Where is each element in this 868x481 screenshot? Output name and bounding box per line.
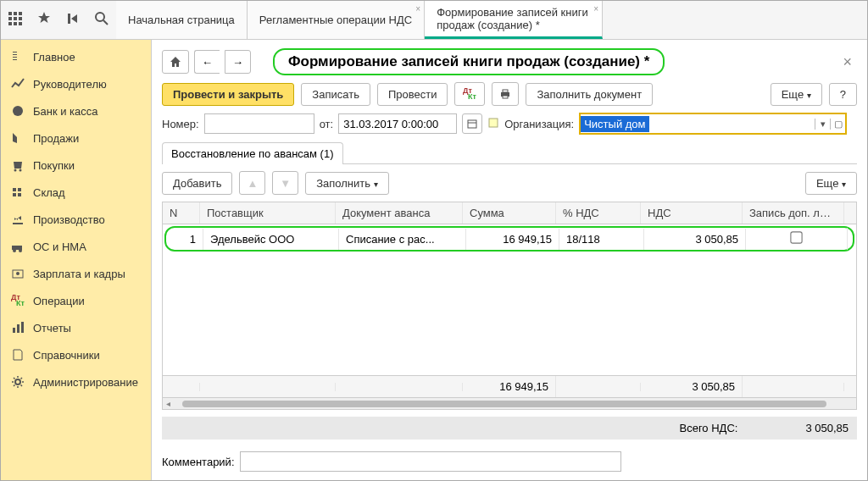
cell-add-sheet[interactable]: [746, 228, 848, 250]
apps-grid-icon[interactable]: [8, 11, 23, 29]
help-button[interactable]: ?: [829, 83, 857, 106]
home-button[interactable]: [162, 50, 189, 74]
org-input[interactable]: Чистый дом ▾ ▢: [579, 113, 847, 135]
svg-point-17: [19, 169, 22, 172]
data-grid: N Поставщик Документ аванса Сумма % НДС …: [162, 202, 857, 410]
svg-point-15: [13, 106, 23, 116]
grid-totals: 16 949,15 3 050,85: [163, 375, 856, 397]
svg-rect-20: [13, 193, 16, 196]
col-add-sheet[interactable]: Запись доп. листа: [743, 202, 844, 224]
close-page-button[interactable]: ×: [837, 53, 857, 71]
org-icon: [487, 117, 499, 131]
comment-input[interactable]: [240, 451, 621, 472]
sidebar-item-assets[interactable]: ОС и НМА: [1, 233, 151, 260]
totals-label: Всего НДС:: [679, 422, 737, 434]
toolbar: Провести и закрыть Записать Провести ДтК…: [162, 82, 857, 106]
forward-button[interactable]: →: [225, 50, 251, 74]
tab-sales-book-create[interactable]: Формирование записей книги продаж (созда…: [425, 1, 603, 39]
open-icon[interactable]: ▢: [830, 119, 845, 130]
back-button[interactable]: ←: [194, 50, 220, 74]
sidebar-item-manager[interactable]: Руководителю: [1, 70, 151, 97]
sidebar-item-purchases[interactable]: Покупки: [1, 152, 151, 179]
grid-more-button[interactable]: Еще ▾: [805, 172, 857, 195]
cell-n: 1: [166, 229, 203, 250]
sidebar-item-main[interactable]: Главное: [1, 43, 151, 70]
close-icon[interactable]: ×: [415, 4, 420, 14]
svg-point-16: [14, 169, 17, 172]
fill-grid-button[interactable]: Заполнить ▾: [305, 172, 388, 195]
search-icon[interactable]: [94, 11, 109, 29]
cell-sum: 16 949,15: [466, 229, 559, 250]
calendar-button[interactable]: [462, 113, 482, 134]
svg-point-24: [19, 249, 22, 252]
move-down-button[interactable]: ▼: [272, 171, 298, 195]
sidebar-item-reports[interactable]: Отчеты: [1, 314, 151, 341]
sidebar-item-bank[interactable]: Банк и касса: [1, 97, 151, 124]
totals-bar: Всего НДС: 3 050,85: [162, 417, 857, 440]
form-row: Номер: от: Организация: Чистый дом ▾ ▢: [162, 113, 857, 135]
svg-rect-31: [21, 322, 24, 333]
more-button[interactable]: Еще ▾: [771, 83, 822, 106]
sidebar-item-warehouse[interactable]: Склад: [1, 179, 151, 206]
date-input[interactable]: [338, 113, 457, 134]
svg-rect-36: [503, 90, 508, 92]
svg-rect-2: [19, 12, 22, 15]
svg-rect-0: [8, 12, 12, 15]
subtabs: Восстановление по авансам (1): [162, 141, 857, 164]
col-advance-doc[interactable]: Документ аванса: [336, 202, 463, 224]
page-title: Формирование записей книги продаж (созда…: [273, 48, 665, 75]
print-button[interactable]: [492, 82, 519, 106]
number-input[interactable]: [204, 113, 314, 134]
col-supplier[interactable]: Поставщик: [200, 202, 336, 224]
comment-label: Комментарий:: [162, 456, 235, 468]
move-up-button[interactable]: ▲: [239, 171, 265, 195]
post-button[interactable]: Провести: [377, 83, 448, 106]
close-icon[interactable]: ×: [593, 4, 598, 14]
col-sum[interactable]: Сумма: [463, 202, 556, 224]
total-vat: 3 050,85: [641, 376, 743, 397]
svg-text:Кт: Кт: [16, 299, 25, 307]
table-row[interactable]: 1 Эдельвейс ООО Списание с рас... 16 949…: [164, 226, 854, 252]
sidebar-item-salary[interactable]: Зарплата и кадры: [1, 260, 151, 287]
tab-vat-operations[interactable]: Регламентные операции НДС×: [248, 1, 425, 39]
sidebar-item-production[interactable]: Производство: [1, 206, 151, 233]
content: ← → Формирование записей книги продаж (с…: [152, 40, 867, 480]
star-icon[interactable]: [36, 11, 52, 29]
svg-rect-5: [19, 17, 22, 20]
sidebar-item-admin[interactable]: Администрирование: [1, 368, 151, 395]
svg-rect-8: [19, 22, 22, 25]
tabs: Начальная страница Регламентные операции…: [116, 1, 867, 39]
sidebar-item-operations[interactable]: ДтКтОперации: [1, 287, 151, 314]
fill-document-button[interactable]: Заполнить документ: [526, 83, 653, 106]
svg-rect-4: [14, 17, 17, 20]
col-vat-rate[interactable]: % НДС: [556, 202, 641, 224]
history-icon[interactable]: [65, 11, 81, 29]
post-and-close-button[interactable]: Провести и закрыть: [162, 83, 294, 106]
svg-rect-21: [18, 193, 21, 196]
svg-rect-18: [13, 188, 16, 191]
col-n[interactable]: N: [163, 202, 200, 224]
svg-point-23: [13, 249, 16, 252]
svg-rect-30: [17, 324, 19, 333]
svg-point-32: [15, 379, 20, 384]
col-vat[interactable]: НДС: [641, 202, 743, 224]
dtkt-button[interactable]: ДтКт: [454, 82, 485, 106]
org-label: Организация:: [504, 118, 574, 130]
add-row-button[interactable]: Добавить: [162, 172, 232, 195]
grid-toolbar: Добавить ▲ ▼ Заполнить ▾ Еще ▾: [162, 171, 857, 195]
sidebar-item-catalogs[interactable]: Справочники: [1, 341, 151, 368]
tab-start-page[interactable]: Начальная страница: [116, 1, 248, 39]
write-button[interactable]: Записать: [301, 83, 370, 106]
add-sheet-checkbox[interactable]: [790, 231, 802, 243]
org-value: Чистый дом: [581, 116, 648, 132]
total-sum: 16 949,15: [463, 376, 556, 397]
number-label: Номер:: [162, 118, 199, 130]
svg-rect-37: [503, 96, 508, 98]
dropdown-icon[interactable]: ▾: [815, 119, 830, 130]
horizontal-scrollbar[interactable]: ◂: [163, 397, 856, 409]
sidebar-item-sales[interactable]: Продажи: [1, 124, 151, 152]
subtab-advances[interactable]: Восстановление по авансам (1): [162, 142, 343, 164]
svg-rect-3: [8, 17, 12, 20]
svg-point-9: [96, 13, 104, 21]
cell-vat-rate: 18/118: [559, 229, 644, 250]
